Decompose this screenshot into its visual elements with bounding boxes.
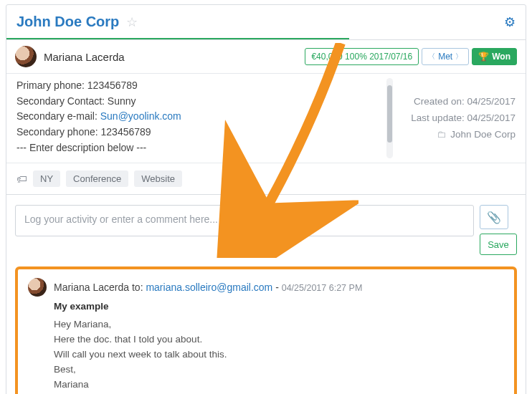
deal-amount-badge[interactable]: €40,000 100% 2017/07/16 [305,48,419,65]
tag-icon[interactable]: 🏷 [16,173,27,185]
contact-name[interactable]: Mariana Lacerda [44,51,125,63]
deal-stage-label: Met [438,52,452,62]
deal-status-badge[interactable]: 🏆 Won [472,48,517,65]
folder-icon: 🗀 [437,129,447,140]
attach-button[interactable]: 📎 [480,205,508,229]
activity-entry: Mariana Lacerda to: mariana.solleiro@gma… [15,266,517,394]
tag-item[interactable]: Conference [66,170,128,187]
chevron-left-icon: 〈 [428,52,435,62]
save-button[interactable]: Save [480,234,517,255]
activity-timestamp: 04/25/2017 6:27 PM [282,283,363,293]
company-title[interactable]: John Doe Corp [16,14,119,30]
secondary-email-link[interactable]: Sun@yoolink.com [100,110,181,122]
avatar [15,46,37,67]
details-panel: Primary phone: 123456789 Secondary Conta… [6,74,386,163]
email-body: Hey Mariana, Here the doc. that I told y… [54,317,503,393]
activity-from: Mariana Lacerda [54,282,129,293]
chevron-right-icon: 〉 [455,52,462,62]
avatar [28,278,47,297]
tag-item[interactable]: Website [134,170,182,187]
trophy-icon: 🏆 [478,52,489,62]
star-icon[interactable]: ☆ [126,14,138,30]
activity-to-email[interactable]: mariana.solleiro@gmail.com [146,282,272,293]
paperclip-icon: 📎 [487,211,501,224]
gear-icon[interactable]: ⚙ [504,14,516,30]
scrollbar[interactable] [386,78,393,158]
tag-item[interactable]: NY [33,170,60,187]
deal-stage-badge[interactable]: 〈 Met 〉 [422,48,469,65]
deal-status-label: Won [492,52,510,62]
comment-input[interactable]: Log your activity or enter a comment her… [15,205,474,236]
email-subject: My example [54,301,503,312]
meta-folder[interactable]: John Doe Corp [450,129,516,140]
meta-panel: Created on: 04/25/2017 Last update: 04/2… [395,74,526,163]
